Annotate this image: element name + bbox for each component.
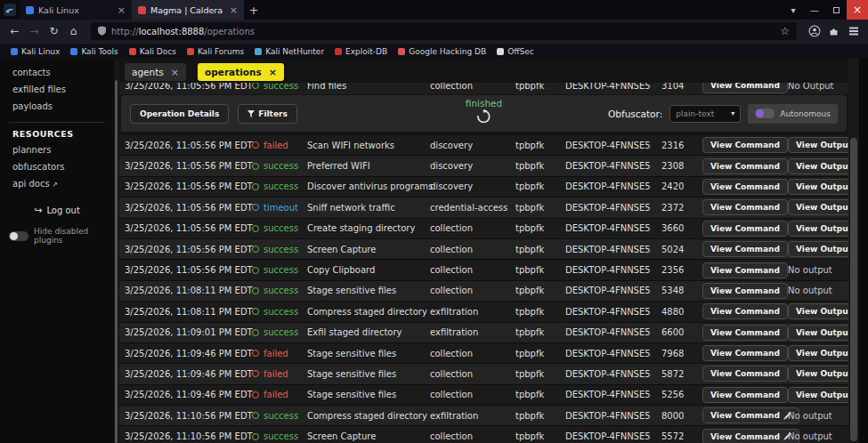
bookmark-label: Kali Tools <box>81 47 118 56</box>
view-command-button[interactable]: View Command <box>702 283 788 299</box>
close-icon[interactable]: × <box>171 67 179 78</box>
view-output-button[interactable]: View Output <box>788 303 848 319</box>
view-output-button[interactable]: View Output <box>788 387 848 403</box>
view-command-button[interactable]: View Command <box>702 429 799 443</box>
sidebar-item-obfuscators[interactable]: obfuscators <box>0 158 114 175</box>
bookmark-google-hacking-db[interactable]: Google Hacking DB <box>393 47 491 56</box>
tab-close-icon[interactable]: × <box>118 4 126 16</box>
home-button[interactable]: ⌂ <box>64 22 83 41</box>
scrollbar-thumb[interactable] <box>850 138 857 441</box>
hide-disabled-plugins-toggle[interactable] <box>9 231 28 241</box>
operation-row: 3/25/2026, 11:09:46 PM EDT failed Stage … <box>119 385 848 406</box>
close-button[interactable]: × <box>847 0 868 20</box>
view-output-button[interactable]: View Output <box>788 199 848 215</box>
extensions-icon[interactable] <box>824 22 843 41</box>
sidebar-item-exfilled-files[interactable]: exfilled files <box>0 81 114 98</box>
browser-tab-kali-linux[interactable]: Kali Linux × <box>20 0 132 20</box>
minimize-button[interactable]: — <box>804 0 825 20</box>
row-agent: tpbpfk <box>515 431 565 441</box>
status-circle-icon <box>252 83 259 89</box>
logout-icon: ↪ <box>34 205 42 216</box>
row-output-cell: No output <box>788 265 848 275</box>
filters-button[interactable]: Filters <box>238 104 297 124</box>
row-output-cell: No output <box>788 286 848 295</box>
view-command-button[interactable]: View Command <box>702 325 788 341</box>
bookmark-star-icon[interactable]: ☆ <box>780 25 790 37</box>
new-tab-button[interactable]: + <box>244 4 264 17</box>
operation-row: 3/25/2026, 11:05:56 PM EDT success Find … <box>119 83 848 94</box>
view-command-button[interactable]: View Command <box>702 199 788 215</box>
scrollbar-thumb[interactable] <box>115 80 118 443</box>
chevron-down-icon: ▾ <box>731 109 734 117</box>
bookmark-kali-linux[interactable]: Kali Linux <box>5 47 65 56</box>
table-scrollbar[interactable] <box>848 59 859 443</box>
bookmark-kali-nethunter[interactable]: Kali NetHunter <box>249 47 329 56</box>
url-bar[interactable]: http://localhost:8888/operations ☆ <box>91 22 797 40</box>
view-output-button[interactable]: View Output <box>788 221 848 237</box>
row-host: DESKTOP-4FNNSE5 <box>565 203 661 213</box>
tab-list-chevron-icon[interactable]: ▾ <box>783 0 804 20</box>
bookmark-exploit-db[interactable]: Exploit-DB <box>329 47 393 56</box>
tab-operations[interactable]: operations × <box>198 63 284 81</box>
obfuscator-select[interactable]: plain-text ▾ <box>669 105 741 123</box>
bookmark-kali-docs[interactable]: Kali Docs <box>124 47 182 56</box>
bookmarks-bar: Kali LinuxKali ToolsKali DocsKali Forums… <box>0 43 868 59</box>
view-command-button[interactable]: View Command <box>702 387 788 403</box>
view-command-button[interactable]: View Command <box>702 221 788 237</box>
sidebar-item-api-docs[interactable]: api docs ↗ <box>0 175 114 192</box>
row-status: success <box>252 83 307 91</box>
view-output-button[interactable]: View Output <box>788 158 848 174</box>
account-icon[interactable] <box>805 22 823 41</box>
row-timestamp: 3/25/2026, 11:05:56 PM EDT <box>125 181 252 191</box>
bookmark-offsec[interactable]: OffSec <box>491 47 539 56</box>
reload-button[interactable]: ↻ <box>45 22 63 41</box>
sidebar-item-contacts[interactable]: contacts <box>0 64 114 81</box>
row-pid: 8000 <box>661 411 702 421</box>
maximize-button[interactable] <box>825 0 847 20</box>
view-command-button[interactable]: View Command <box>702 366 788 382</box>
row-ability: Find files <box>307 83 430 91</box>
view-command-button[interactable]: View Command <box>702 241 788 257</box>
view-command-button[interactable]: View Command <box>702 262 788 278</box>
sidebar-item-planners[interactable]: planners <box>0 141 114 158</box>
row-pid: 2308 <box>661 161 702 171</box>
maximize-icon <box>833 7 840 13</box>
status-circle-icon <box>252 163 259 170</box>
view-command-button[interactable]: View Command <box>702 158 788 174</box>
forward-button[interactable]: → <box>25 22 44 41</box>
sidebar-item-payloads[interactable]: payloads <box>0 98 114 115</box>
view-command-button[interactable]: View Command <box>702 303 788 319</box>
view-command-button[interactable]: View Command <box>702 179 788 195</box>
view-output-button[interactable]: View Output <box>788 241 848 257</box>
bookmark-kali-forums[interactable]: Kali Forums <box>182 47 249 56</box>
view-output-button[interactable]: View Output <box>788 325 848 341</box>
menu-icon[interactable] <box>844 22 863 41</box>
bookmark-kali-tools[interactable]: Kali Tools <box>65 47 123 56</box>
back-button[interactable]: ← <box>5 22 24 41</box>
operation-row: 3/25/2026, 11:05:56 PM EDT success Creat… <box>119 219 848 239</box>
browser-tab-magma-caldera[interactable]: Magma | Caldera × <box>132 0 244 20</box>
url-text: http://localhost:8888/operations <box>111 27 775 36</box>
autonomous-toggle[interactable] <box>755 109 775 118</box>
view-command-button[interactable]: View Command <box>702 407 799 423</box>
hide-disabled-plugins-label: Hide disabled plugins <box>34 227 107 245</box>
view-command-button[interactable]: View Command <box>702 345 788 361</box>
filter-icon <box>247 110 255 117</box>
view-output-button[interactable]: View Output <box>788 366 848 382</box>
view-command-button[interactable]: View Command <box>702 137 788 153</box>
operation-details-button[interactable]: Operation Details <box>130 104 229 124</box>
close-icon[interactable]: × <box>269 67 277 78</box>
tab-close-icon[interactable]: × <box>230 4 238 16</box>
row-agent: tpbpfk <box>515 369 565 379</box>
row-status: failed <box>252 369 307 379</box>
view-output-button[interactable]: View Output <box>788 179 848 195</box>
tab-agents[interactable]: agents × <box>125 63 186 81</box>
logout-button[interactable]: ↪ Log out <box>0 205 114 216</box>
view-output-button[interactable]: View Output <box>788 345 848 361</box>
tracking-shield-icon[interactable] <box>98 26 106 37</box>
browser-tab-label: Kali Linux <box>38 5 113 15</box>
bookmark-label: Exploit-DB <box>345 47 387 56</box>
status-circle-icon <box>252 433 259 440</box>
view-command-button[interactable]: View Command <box>702 83 788 93</box>
view-output-button[interactable]: View Output <box>788 137 848 153</box>
